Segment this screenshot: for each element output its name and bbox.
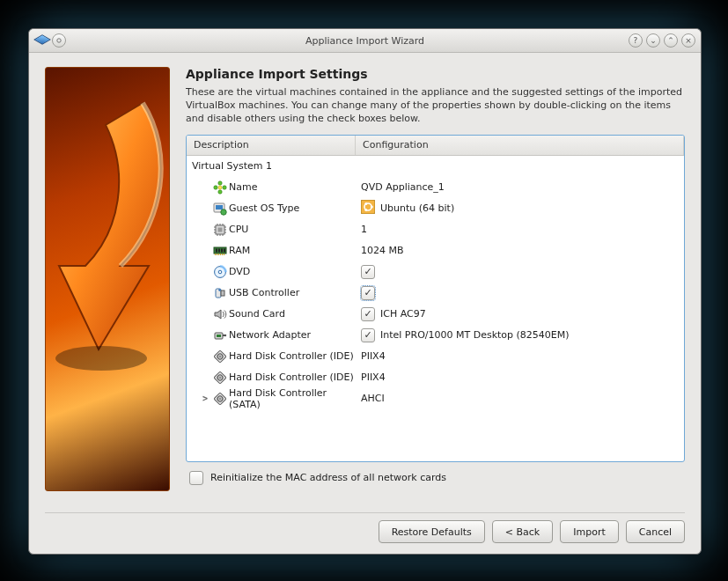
svg-rect-36 [218,254,219,255]
svg-point-47 [224,334,226,335]
row-checkbox[interactable] [361,307,375,321]
os-icon [211,202,229,216]
row-configuration: Ubuntu (64 bit) [356,200,684,217]
svg-point-13 [364,202,367,205]
svg-point-41 [218,270,222,274]
row-label: USB Controller [229,287,356,298]
ram-icon [211,244,229,258]
row-label: Sound Card [229,308,356,320]
table-row[interactable]: Hard Disk Controller (IDE)PIIX4 [187,346,684,367]
row-configuration: AHCI [356,393,684,404]
titlebar: Appliance Import Wizard ? ⌄ ⌃ × [29,29,701,53]
header-configuration[interactable]: Configuration [356,136,684,155]
table-group-row[interactable]: Virtual System 1 [187,156,684,177]
svg-point-44 [218,289,220,290]
cancel-button[interactable]: Cancel [626,520,685,543]
svg-point-4 [218,189,222,193]
svg-rect-32 [221,248,223,252]
row-label: CPU [229,224,356,235]
row-label: Network Adapter [229,329,356,341]
svg-rect-33 [224,248,225,252]
row-checkbox[interactable] [361,328,375,342]
table-row[interactable]: CPU1 [187,219,684,240]
row-configuration: 1 [356,224,684,235]
disc-icon [211,265,229,279]
table-row[interactable]: Guest OS TypeUbuntu (64 bit) [187,198,684,219]
page-title: Appliance Import Settings [186,67,685,81]
hdd-icon [211,392,229,406]
svg-point-12 [371,206,373,209]
row-label: Guest OS Type [229,202,356,214]
content-area: Appliance Import Settings These are the … [29,53,701,507]
row-configuration: PIIX4 [356,371,684,383]
row-label: Hard Disk Controller (IDE) [229,371,356,383]
page-description: These are the virtual machines contained… [186,86,685,126]
right-pane: Appliance Import Settings These are the … [186,67,685,498]
usb-icon [211,286,229,300]
row-label: Name [229,181,356,193]
mac-reinit-checkbox[interactable] [189,471,203,485]
settings-table: Description Configuration Virtual System… [186,135,685,462]
svg-rect-16 [218,227,223,232]
expand-toggle-icon[interactable]: > [187,393,211,403]
row-value: Intel PRO/1000 MT Desktop (82540EM) [380,329,570,341]
svg-rect-46 [217,335,221,337]
dialog-window: Appliance Import Wizard ? ⌄ ⌃ × [28,28,702,555]
row-configuration: 1024 MB [356,245,684,256]
app-cube-icon [34,33,48,48]
back-button[interactable]: < Back [492,520,553,543]
row-checkbox[interactable] [361,286,375,300]
row-configuration [356,265,684,279]
row-configuration [356,286,684,300]
hdd-icon [211,371,229,385]
row-value: 1024 MB [361,245,404,256]
restore-defaults-button[interactable]: Restore Defaults [379,520,485,543]
svg-rect-8 [216,205,223,210]
table-body[interactable]: Virtual System 1NameQVD Appliance_1Guest… [187,156,684,461]
svg-rect-35 [217,254,217,255]
table-row[interactable]: NameQVD Appliance_1 [187,177,684,198]
table-row[interactable]: USB Controller [187,283,684,304]
ubuntu-icon [361,200,375,217]
table-row[interactable]: Network AdapterIntel PRO/1000 MT Desktop… [187,325,684,346]
wizard-side-graphic [45,67,170,491]
help-button[interactable]: ? [629,33,643,48]
svg-rect-38 [222,254,223,255]
row-value: PIIX4 [361,350,386,362]
svg-rect-34 [215,254,216,255]
row-configuration: QVD Appliance_1 [356,181,684,193]
svg-point-2 [218,180,222,184]
import-button[interactable]: Import [560,520,619,543]
svg-rect-37 [220,254,221,255]
table-row[interactable]: Sound CardICH AC97 [187,304,684,325]
table-row[interactable]: Hard Disk Controller (IDE)PIIX4 [187,367,684,388]
row-value: AHCI [361,393,385,404]
row-value: Ubuntu (64 bit) [380,202,454,214]
close-button[interactable]: × [681,33,695,48]
mac-reinit-label: Reinitialize the MAC address of all netw… [210,472,446,483]
row-value: ICH AC97 [380,308,426,320]
titlebar-pin-button[interactable] [52,33,66,48]
row-label: Hard Disk Controller (IDE) [229,350,356,362]
row-label: DVD [229,266,356,277]
table-row[interactable]: RAM1024 MB [187,240,684,261]
table-row[interactable]: > Hard Disk Controller (SATA)AHCI [187,388,684,409]
svg-rect-39 [224,254,224,255]
svg-point-6 [218,186,222,189]
table-row[interactable]: DVD [187,261,684,283]
svg-rect-30 [216,248,217,252]
table-header: Description Configuration [187,136,684,156]
minimize-button[interactable]: ⌄ [646,33,660,48]
mac-reinit-row: Reinitialize the MAC address of all netw… [186,471,685,485]
row-value: QVD Appliance_1 [361,181,445,193]
row-value: 1 [361,224,367,235]
flower-icon [211,180,229,195]
cpu-icon [211,223,229,237]
row-checkbox[interactable] [361,265,375,279]
maximize-button[interactable]: ⌃ [664,33,678,48]
header-description[interactable]: Description [187,136,356,155]
row-label: RAM [229,245,356,256]
svg-rect-43 [221,290,224,296]
button-bar: Restore Defaults < Back Import Cancel [29,513,701,554]
svg-point-5 [214,185,217,188]
